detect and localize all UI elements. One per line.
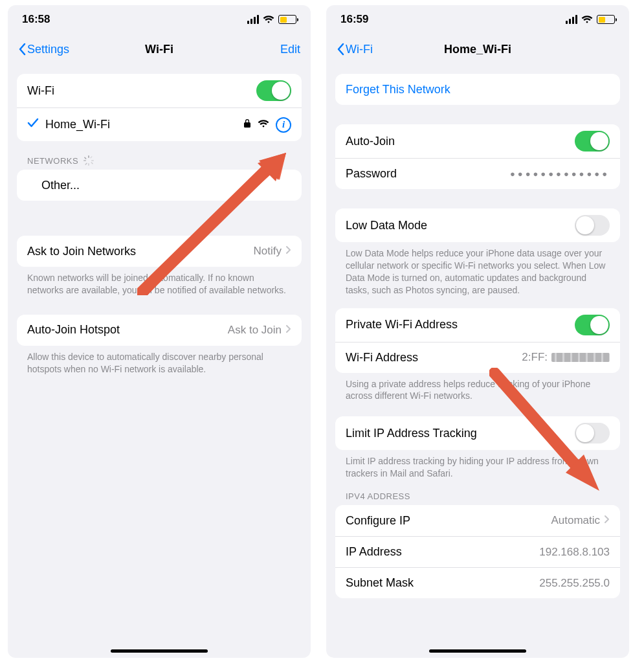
back-button[interactable]: Wi-Fi [337,43,373,56]
subnet-mask-value: 255.255.255.0 [539,577,610,590]
wifi-status-icon [263,15,274,24]
private-address-footer: Using a private address helps reduce tra… [335,373,620,403]
low-data-mode-row: Low Data Mode [335,208,620,242]
auto-join-row: Auto-Join [335,124,620,158]
svg-rect-5 [91,162,93,164]
other-label: Other... [27,179,80,192]
network-detail-screen: 16:59 Wi-Fi Home_Wi-Fi Forget This Netwo… [326,5,629,658]
private-wifi-address-row: Private Wi-Fi Address [335,308,620,342]
chevron-left-icon [337,43,344,56]
ip-address-label: IP Address [346,545,402,559]
wifi-address-label: Wi-Fi Address [346,351,418,365]
ip-address-value: 192.168.8.103 [539,546,610,559]
other-network-row[interactable]: Other... [17,170,302,201]
forget-network-button[interactable]: Forget This Network [335,74,620,105]
back-label: Settings [27,43,69,56]
auto-join-hotspot-footer: Allow this device to automatically disco… [17,346,302,376]
limit-ip-tracking-row: Limit IP Address Tracking [335,416,620,450]
redacted-icon [551,353,610,362]
svg-rect-7 [85,163,87,165]
private-wifi-address-label: Private Wi-Fi Address [346,318,458,332]
ask-to-join-label: Ask to Join Networks [27,245,136,258]
password-label: Password [346,167,397,181]
status-time: 16:59 [340,13,368,26]
chevron-left-icon [18,43,26,56]
status-indicators [566,15,615,24]
ip-address-row: IP Address 192.168.8.103 [335,536,620,567]
svg-rect-1 [88,163,89,166]
ask-to-join-value: Notify [254,245,282,258]
status-bar: 16:59 [326,5,629,34]
cellular-signal-icon [566,15,577,24]
loading-spinner-icon [83,155,94,166]
chevron-right-icon [604,514,610,527]
back-button[interactable]: Settings [18,43,69,56]
checkmark-icon [27,118,39,131]
status-indicators [247,15,296,24]
auto-join-hotspot-row[interactable]: Auto-Join Hotspot Ask to Join [17,315,302,346]
lock-icon [243,118,251,131]
ask-to-join-footer: Known networks will be joined automatica… [17,267,302,297]
wifi-address-row: Wi-Fi Address 2:FF: [335,342,620,373]
limit-ip-tracking-toggle[interactable] [575,423,610,444]
battery-icon [597,15,615,24]
svg-rect-2 [83,160,86,161]
password-row[interactable]: Password ●●●●●●●●●●●●● [335,158,620,189]
edit-button[interactable]: Edit [280,43,300,56]
auto-join-toggle[interactable] [575,131,610,152]
subnet-mask-label: Subnet Mask [346,576,414,590]
svg-rect-0 [88,155,89,158]
chevron-right-icon [285,245,291,258]
back-label: Wi-Fi [346,43,373,56]
wifi-label: Wi-Fi [27,84,54,98]
status-time: 16:58 [22,13,50,26]
info-icon[interactable]: i [276,117,291,133]
status-bar: 16:58 [8,5,311,34]
limit-ip-footer: Limit IP address tracking by hiding your… [335,450,620,480]
ask-to-join-row[interactable]: Ask to Join Networks Notify [17,236,302,267]
low-data-footer: Low Data Mode helps reduce your iPhone d… [335,242,620,297]
password-value: ●●●●●●●●●●●●● [510,169,610,179]
configure-ip-value: Automatic [551,514,600,527]
auto-join-hotspot-value: Ask to Join [228,324,282,337]
svg-rect-3 [91,160,94,161]
home-indicator[interactable] [429,649,526,653]
chevron-right-icon [285,324,291,337]
limit-ip-tracking-label: Limit IP Address Tracking [346,427,477,440]
configure-ip-row[interactable]: Configure IP Automatic [335,505,620,536]
configure-ip-label: Configure IP [346,514,410,528]
low-data-mode-toggle[interactable] [575,215,610,236]
home-indicator[interactable] [111,649,208,653]
connected-network-row[interactable]: Home_Wi-Fi i [17,107,302,141]
wifi-status-icon [581,15,593,24]
connected-network-name: Home_Wi-Fi [45,118,110,131]
subnet-mask-row: Subnet Mask 255.255.255.0 [335,567,620,598]
forget-network-label: Forget This Network [346,83,450,96]
wifi-address-value: 2:FF: [522,351,610,364]
low-data-mode-label: Low Data Mode [346,219,427,232]
svg-rect-6 [90,156,93,159]
svg-rect-4 [84,157,87,159]
wifi-signal-icon [258,118,269,131]
wifi-toggle-row: Wi-Fi [17,74,302,107]
battery-icon [278,15,296,24]
ipv4-header: IPV4 ADDRESS [335,480,620,505]
private-wifi-address-toggle[interactable] [575,315,610,335]
cellular-signal-icon [247,15,259,24]
nav-bar: Wi-Fi Home_Wi-Fi [326,34,629,65]
nav-bar: Settings Wi-Fi Edit [8,34,311,65]
auto-join-hotspot-label: Auto-Join Hotspot [27,323,120,337]
networks-header: NETWORKS [17,141,302,170]
auto-join-label: Auto-Join [346,135,395,148]
wifi-toggle[interactable] [256,80,291,101]
wifi-settings-screen: 16:58 Settings Wi-Fi Edit Wi-Fi [8,5,311,658]
